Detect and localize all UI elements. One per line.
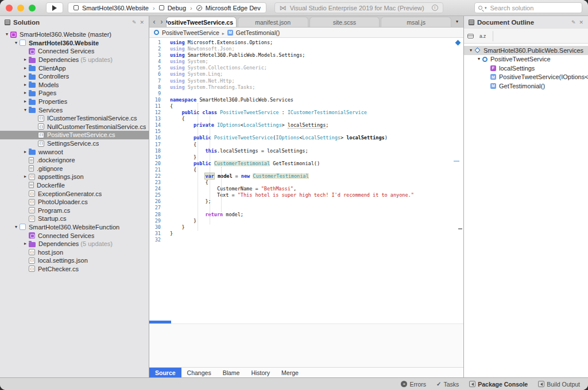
scheme-target[interactable]: Microsoft Edge Dev: [206, 5, 261, 11]
search-input[interactable]: [489, 4, 578, 12]
line-number[interactable]: 16: [149, 135, 170, 141]
tree-item[interactable]: PositiveTweetService.cs: [0, 131, 149, 139]
code-line[interactable]: 14 private IOptions<LocalSettings> local…: [149, 122, 463, 128]
code-line[interactable]: 21 {: [149, 167, 463, 173]
line-number[interactable]: 25: [149, 192, 170, 198]
line-number[interactable]: 21: [149, 167, 170, 173]
tree-item[interactable]: Program.cs: [0, 206, 149, 214]
expander-icon[interactable]: ▾: [22, 108, 29, 112]
editor-tab[interactable]: msal.js: [381, 17, 451, 27]
line-number[interactable]: 26: [149, 198, 170, 205]
line-number[interactable]: 7: [149, 78, 170, 84]
tab-overflow-menu-icon[interactable]: [452, 17, 462, 27]
expander-icon[interactable]: ▸: [22, 99, 29, 104]
expander-icon[interactable]: ▸: [22, 66, 29, 71]
breadcrumb-class[interactable]: PositiveTweetService: [162, 29, 219, 36]
notifications-icon[interactable]: !: [432, 5, 438, 11]
code-line[interactable]: 10namespace SmartHotel360.PublicWeb.Serv…: [149, 97, 463, 103]
code-line[interactable]: 16 public PositiveTweetService(IOptions<…: [149, 135, 463, 141]
line-number[interactable]: 4: [149, 58, 170, 65]
status-item-package-console[interactable]: Package Console: [469, 381, 528, 388]
zoom-window-button[interactable]: [29, 5, 36, 11]
outline-item[interactable]: MGetTestimonial(): [464, 81, 588, 91]
line-number[interactable]: 3: [149, 52, 170, 58]
code-line[interactable]: 31}: [149, 231, 463, 237]
code-line[interactable]: 30 }: [149, 224, 463, 231]
line-number[interactable]: 5: [149, 65, 170, 71]
tree-item[interactable]: ▸wwwroot: [0, 147, 149, 156]
expander-icon[interactable]: ▾: [13, 41, 20, 45]
line-number[interactable]: 30: [149, 224, 170, 231]
horizontal-scrollbar-thumb[interactable]: [149, 321, 171, 323]
tree-item[interactable]: ▾SmartHotel360.Website (master): [0, 30, 149, 39]
tree-item[interactable]: ▾SmartHotel360.WebsiteFunction: [0, 223, 149, 232]
line-number[interactable]: 15: [149, 128, 170, 135]
line-number[interactable]: 13: [149, 116, 170, 122]
scheme-configuration[interactable]: Debug: [168, 5, 186, 11]
code-line[interactable]: 32: [149, 237, 463, 243]
code-line[interactable]: 11{: [149, 103, 463, 110]
status-item-build-output[interactable]: Build Output: [538, 381, 580, 388]
tree-item[interactable]: ▸Pages: [0, 89, 149, 98]
tree-item[interactable]: ▸appsettings.json: [0, 173, 149, 181]
tree-item[interactable]: Startup.cs: [0, 214, 149, 223]
pad-autohide-icon[interactable]: ✎: [571, 20, 576, 25]
line-number[interactable]: 12: [149, 110, 170, 116]
search-scope-chevron-icon[interactable]: ▾: [485, 6, 487, 10]
code-line[interactable]: 3using SmartHotel360.PublicWeb.Models.Se…: [149, 52, 463, 58]
line-number[interactable]: 24: [149, 186, 170, 192]
run-button[interactable]: [46, 2, 63, 13]
close-icon[interactable]: ×: [235, 19, 237, 25]
tree-item[interactable]: PhotoUploader.cs: [0, 198, 149, 206]
tree-item[interactable]: host.json: [0, 248, 149, 256]
code-line[interactable]: 27: [149, 205, 463, 211]
pad-close-icon[interactable]: ✕: [140, 20, 144, 25]
line-number[interactable]: 8: [149, 84, 170, 91]
vc-tab-merge[interactable]: Merge: [276, 368, 304, 377]
line-number[interactable]: 19: [149, 154, 170, 161]
line-number[interactable]: 22: [149, 173, 170, 180]
line-number[interactable]: 31: [149, 231, 170, 237]
vc-tab-blame[interactable]: Blame: [217, 368, 246, 377]
code-line[interactable]: 6using System.Linq;: [149, 71, 463, 77]
expander-icon[interactable]: ▸: [22, 150, 29, 154]
minimize-window-button[interactable]: [17, 5, 24, 11]
code-line[interactable]: 15: [149, 128, 463, 135]
tree-item[interactable]: Dockerfile: [0, 181, 149, 190]
flat-list-view-icon[interactable]: [467, 34, 474, 38]
tree-item[interactable]: ▸Dependencies(5 updates): [0, 56, 149, 64]
tree-item[interactable]: ▸Properties: [0, 98, 149, 106]
expander-icon[interactable]: ▾: [475, 57, 482, 61]
code-editor[interactable]: 1using Microsoft.Extensions.Options;2usi…: [149, 38, 463, 323]
search-box[interactable]: ▾: [474, 2, 582, 13]
navigate-back-icon[interactable]: [150, 17, 158, 27]
line-number[interactable]: 11: [149, 103, 170, 110]
scheme-project[interactable]: SmartHotel360.Website: [82, 5, 149, 11]
expander-icon[interactable]: ▾: [13, 225, 20, 229]
tree-item[interactable]: ▸ClientApp: [0, 64, 149, 72]
line-number[interactable]: 28: [149, 212, 170, 218]
breadcrumb-method[interactable]: GetTestimonial(): [236, 29, 280, 36]
pad-close-icon[interactable]: ✕: [579, 20, 583, 25]
tree-item[interactable]: ▸Dependencies(5 updates): [0, 240, 149, 248]
status-item-tasks[interactable]: ✓Tasks: [436, 381, 459, 388]
code-line[interactable]: 2using Newtonsoft.Json;: [149, 46, 463, 52]
navigate-forward-icon[interactable]: [158, 17, 165, 27]
tree-item[interactable]: SettingsService.cs: [0, 139, 149, 148]
line-number[interactable]: 29: [149, 218, 170, 224]
expander-icon[interactable]: ▾: [3, 32, 10, 37]
line-number[interactable]: 20: [149, 161, 170, 167]
code-line[interactable]: 17 {: [149, 142, 463, 148]
tree-item[interactable]: PetChecker.cs: [0, 265, 149, 274]
tree-item[interactable]: ▾Services: [0, 106, 149, 114]
expander-icon[interactable]: ▾: [467, 48, 474, 53]
expander-icon[interactable]: ▸: [22, 83, 29, 87]
tree-item[interactable]: Connected Services: [0, 47, 149, 56]
sort-alphabetically-button[interactable]: a.z: [479, 33, 486, 39]
line-number[interactable]: 23: [149, 180, 170, 186]
tree-item[interactable]: ▾SmartHotel360.Website: [0, 39, 149, 48]
code-line[interactable]: 25 Text = "This hotel is super high tech…: [149, 192, 463, 198]
line-number[interactable]: 32: [149, 237, 170, 243]
editor-tab[interactable]: site.scss: [310, 17, 380, 27]
code-line[interactable]: 7using System.Net.Http;: [149, 78, 463, 84]
